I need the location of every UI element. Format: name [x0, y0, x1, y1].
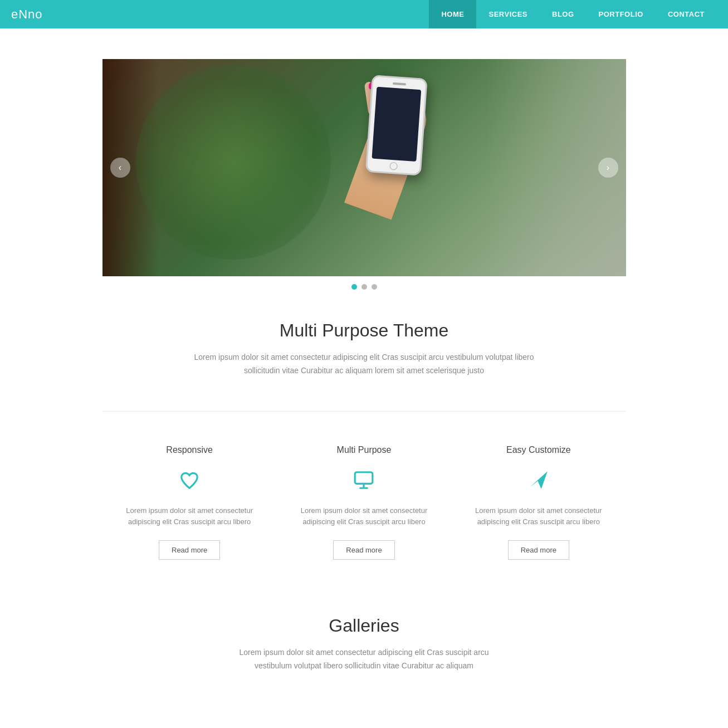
- read-more-customize-button[interactable]: Read more: [508, 540, 569, 560]
- svg-rect-0: [355, 472, 373, 483]
- intro-section: Multi Purpose Theme Lorem ipsum dolor si…: [169, 290, 559, 394]
- hero-image: ‹ ›: [102, 59, 626, 276]
- slider-dot-2[interactable]: [361, 284, 367, 290]
- navbar: eNno HOME SERVICES BLOG PORTFOLIO CONTAC…: [0, 0, 728, 28]
- nav-link-blog[interactable]: BLOG: [540, 0, 587, 28]
- read-more-responsive-button[interactable]: Read more: [159, 540, 220, 560]
- feature-multipurpose-desc: Lorem ipsum dolor sit amet consectetur a…: [294, 505, 434, 529]
- feature-multipurpose-title: Multi Purpose: [294, 445, 434, 455]
- nav-links: HOME SERVICES BLOG PORTFOLIO CONTACT: [429, 0, 717, 28]
- nav-item-blog[interactable]: BLOG: [540, 0, 587, 28]
- features-section: Responsive Lorem ipsum dolor sit amet co…: [102, 428, 626, 599]
- monitor-icon: [294, 466, 434, 494]
- slider-prev-button[interactable]: ‹: [110, 158, 130, 178]
- feature-customize: Easy Customize Lorem ipsum dolor sit ame…: [451, 439, 626, 577]
- hero-slider: ‹ ›: [102, 59, 626, 290]
- slider-dot-3[interactable]: [372, 284, 377, 290]
- heart-icon: [119, 466, 260, 494]
- nav-link-services[interactable]: SERVICES: [476, 0, 540, 28]
- nav-link-contact[interactable]: CONTACT: [656, 0, 717, 28]
- nav-link-home[interactable]: HOME: [429, 0, 476, 28]
- arrow-icon: [468, 466, 609, 494]
- read-more-multipurpose-button[interactable]: Read more: [333, 540, 394, 560]
- intro-description: Lorem ipsum dolor sit amet consectetur a…: [180, 351, 548, 378]
- slider-dot-1[interactable]: [351, 284, 357, 290]
- nav-link-portfolio[interactable]: PORTFOLIO: [587, 0, 656, 28]
- feature-multipurpose: Multi Purpose Lorem ipsum dolor sit amet…: [277, 439, 451, 577]
- slider-dots: [102, 284, 626, 290]
- site-logo: eNno: [11, 7, 429, 22]
- slider-next-button[interactable]: ›: [598, 158, 618, 178]
- galleries-title: Galleries: [11, 615, 717, 636]
- nav-item-contact[interactable]: CONTACT: [656, 0, 717, 28]
- next-arrow-icon: ›: [607, 163, 609, 173]
- phone-illustration: [341, 70, 441, 221]
- nav-item-portfolio[interactable]: PORTFOLIO: [587, 0, 656, 28]
- feature-customize-title: Easy Customize: [468, 445, 609, 455]
- section-divider: [102, 411, 626, 412]
- intro-title: Multi Purpose Theme: [180, 320, 548, 341]
- galleries-section: Galleries Lorem ipsum dolor sit amet con…: [0, 599, 728, 684]
- galleries-description: Lorem ipsum dolor sit amet consectetur a…: [225, 646, 504, 673]
- feature-responsive: Responsive Lorem ipsum dolor sit amet co…: [102, 439, 277, 577]
- nav-item-services[interactable]: SERVICES: [476, 0, 540, 28]
- feature-responsive-desc: Lorem ipsum dolor sit amet consectetur a…: [119, 505, 260, 529]
- prev-arrow-icon: ‹: [119, 163, 121, 173]
- feature-customize-desc: Lorem ipsum dolor sit amet consectetur a…: [468, 505, 609, 529]
- feature-responsive-title: Responsive: [119, 445, 260, 455]
- nav-item-home[interactable]: HOME: [429, 0, 476, 28]
